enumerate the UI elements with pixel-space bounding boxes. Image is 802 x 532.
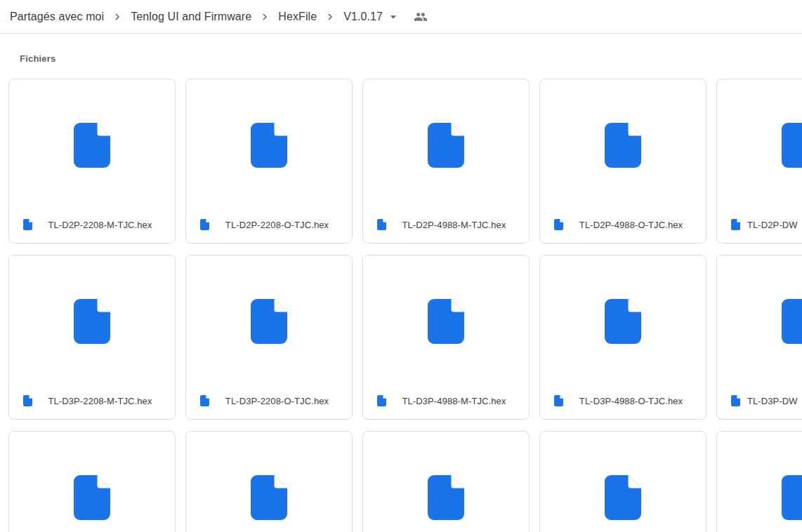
file-type-icon	[200, 219, 209, 230]
breadcrumb-tenlog-folder[interactable]: Tenlog UI and Firmware	[131, 0, 251, 34]
file-card[interactable]	[185, 431, 353, 532]
file-type-icon	[23, 219, 32, 230]
file-type-icon	[377, 219, 386, 230]
chevron-right-icon	[110, 10, 124, 24]
breadcrumb-current-folder-menu[interactable]: V1.0.17	[343, 0, 400, 34]
file-thumbnail	[363, 79, 529, 211]
file-card[interactable]: TL-D2P-4988-O-TJC.hex	[539, 79, 706, 244]
file-label-row: TL-D2P-4988-M-TJC.hex	[363, 211, 529, 243]
file-thumbnail	[186, 432, 352, 532]
file-name: TL-D3P-4988-O-TJC.hex	[570, 396, 692, 406]
file-icon	[605, 299, 641, 344]
file-label-row: TL-D2P-4988-O-TJC.hex	[540, 211, 706, 243]
file-icon	[74, 299, 110, 344]
file-name: TL-D3P-4988-M-TJC.hex	[393, 396, 515, 406]
file-type-icon	[554, 395, 563, 406]
files-section: Fichiers TL-D2P-2208-M-TJC.hex	[0, 53, 802, 532]
file-type-icon	[200, 395, 209, 406]
file-card[interactable]: TL-D2P-2208-M-TJC.hex	[8, 79, 176, 244]
file-name: TL-D3P-DW	[747, 396, 802, 406]
file-name: TL-D2P-2208-O-TJC.hex	[216, 220, 338, 230]
section-title: Fichiers	[20, 53, 794, 64]
file-thumbnail	[186, 79, 352, 211]
breadcrumb: Partagés avec moi Tenlog UI and Firmware…	[0, 0, 802, 34]
file-icon	[251, 299, 287, 344]
file-card[interactable]: TL-D3P-2208-O-TJC.hex	[185, 255, 353, 420]
file-label-row: TL-D3P-4988-O-TJC.hex	[540, 387, 706, 419]
file-card[interactable]: TL-D3P-4988-M-TJC.hex	[362, 255, 530, 420]
breadcrumb-current-folder-label: V1.0.17	[343, 0, 383, 34]
file-card[interactable]	[539, 431, 706, 532]
file-type-icon	[23, 395, 32, 406]
people-icon	[414, 10, 428, 24]
file-name: TL-D3P-2208-O-TJC.hex	[216, 396, 338, 406]
file-label-row: TL-D3P-DW	[717, 387, 802, 419]
breadcrumb-hexfile-folder[interactable]: HexFile	[278, 0, 317, 34]
chevron-right-icon	[258, 10, 272, 24]
file-card[interactable]: TL-D2P-2208-O-TJC.hex	[185, 79, 353, 244]
file-icon	[251, 475, 287, 520]
file-thumbnail	[186, 255, 352, 387]
file-card[interactable]	[362, 431, 530, 532]
file-icon	[428, 123, 464, 168]
file-label-row: TL-D3P-2208-M-TJC.hex	[9, 387, 175, 419]
file-icon	[605, 123, 641, 168]
file-card[interactable]	[8, 431, 176, 532]
file-label-row: TL-D2P-DW	[717, 211, 802, 243]
file-label-row: TL-D3P-2208-O-TJC.hex	[186, 387, 352, 419]
file-thumbnail	[363, 255, 529, 387]
file-icon	[782, 123, 802, 168]
file-name: TL-D2P-2208-M-TJC.hex	[39, 220, 161, 230]
file-thumbnail	[9, 432, 175, 532]
file-name: TL-D2P-DW	[747, 220, 802, 230]
file-label-row: TL-D3P-4988-M-TJC.hex	[363, 387, 529, 419]
breadcrumb-shared-with-me[interactable]: Partagés avec moi	[10, 0, 104, 34]
file-thumbnail	[540, 79, 706, 211]
file-thumbnail	[363, 432, 529, 532]
file-name: TL-D2P-4988-O-TJC.hex	[570, 220, 692, 230]
file-grid: TL-D2P-2208-M-TJC.hex TL-D2P-2208-O-TJC.…	[8, 79, 802, 532]
file-thumbnail	[717, 432, 802, 532]
file-name: TL-D2P-4988-M-TJC.hex	[393, 220, 515, 230]
file-icon	[428, 299, 464, 344]
file-icon	[605, 475, 641, 520]
file-type-icon	[377, 395, 386, 406]
file-icon	[428, 475, 464, 520]
file-thumbnail	[9, 79, 175, 211]
file-card[interactable]: TL-D3P-4988-O-TJC.hex	[539, 255, 706, 420]
file-thumbnail	[717, 79, 802, 211]
file-card[interactable]: TL-D2P-DW	[716, 79, 802, 244]
file-thumbnail	[540, 432, 706, 532]
file-thumbnail	[540, 255, 706, 387]
file-type-icon	[554, 219, 563, 230]
file-card[interactable]: TL-D3P-2208-M-TJC.hex	[8, 255, 176, 420]
file-icon	[782, 299, 802, 344]
file-icon	[251, 123, 287, 168]
file-card[interactable]: TL-D2P-4988-M-TJC.hex	[362, 79, 530, 244]
file-card[interactable]	[716, 431, 802, 532]
file-icon	[74, 475, 110, 520]
file-icon	[74, 123, 110, 168]
file-label-row: TL-D2P-2208-O-TJC.hex	[186, 211, 352, 243]
file-thumbnail	[9, 255, 175, 387]
file-type-icon	[731, 219, 740, 230]
file-thumbnail	[717, 255, 802, 387]
chevron-right-icon	[323, 10, 337, 24]
file-name: TL-D3P-2208-M-TJC.hex	[39, 396, 161, 406]
file-card[interactable]: TL-D3P-DW	[716, 255, 802, 420]
file-label-row: TL-D2P-2208-M-TJC.hex	[9, 211, 175, 243]
file-icon	[782, 475, 802, 520]
file-type-icon	[731, 395, 740, 406]
chevron-down-icon	[386, 10, 400, 24]
